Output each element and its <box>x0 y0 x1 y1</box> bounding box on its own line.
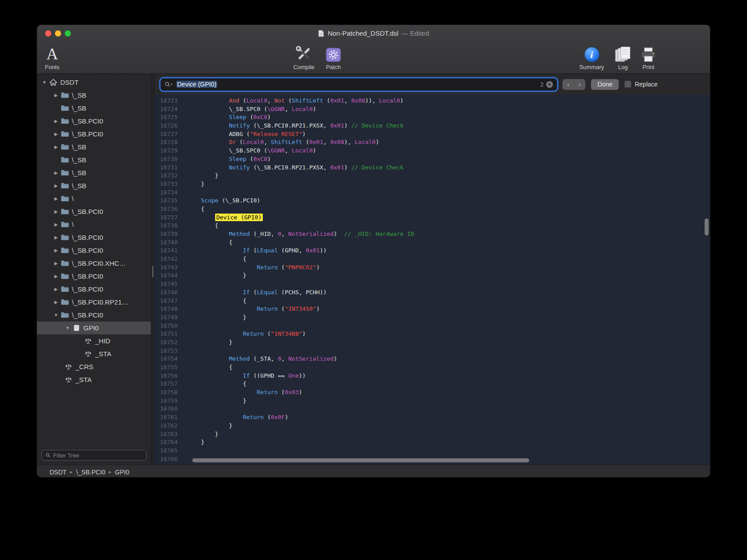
find-search-field[interactable]: Device (GPI0) 2 ✕ <box>161 78 557 91</box>
disclosure-triangle-icon[interactable]: ▶ <box>52 274 60 279</box>
close-button[interactable] <box>45 30 51 37</box>
folder-icon <box>60 247 70 254</box>
tree-item-label: _HID <box>95 337 110 345</box>
disclosure-triangle-icon[interactable]: ▶ <box>52 300 60 305</box>
method-icon <box>83 337 93 345</box>
disclosure-triangle-icon[interactable]: ▶ <box>52 248 60 253</box>
document-proxy-icon[interactable] <box>318 30 324 37</box>
tree-item-crs[interactable]: _CRS <box>37 360 151 373</box>
tree-item-sbpci0[interactable]: ▶\_SB.PCI0 <box>37 231 151 244</box>
horizontal-scrollbar-thumb[interactable] <box>192 458 529 462</box>
tree-item-sb[interactable]: \_SB <box>37 153 151 166</box>
compile-tools-icon <box>295 44 313 63</box>
disclosure-triangle-icon[interactable]: ▶ <box>52 170 60 175</box>
disclosure-triangle-icon[interactable]: ▶ <box>52 261 60 266</box>
disclosure-triangle-icon[interactable]: ▶ <box>52 235 60 240</box>
tree-item-sbpci0[interactable]: ▶\_SB.PCI0 <box>37 128 151 140</box>
filter-row <box>37 448 151 465</box>
disclosure-triangle-icon[interactable]: ▶ <box>52 222 60 227</box>
code-line: } <box>187 338 710 347</box>
disclosure-triangle-icon[interactable]: ▶ <box>52 196 60 201</box>
clear-search-icon[interactable]: ✕ <box>546 81 553 88</box>
next-match-button[interactable]: › <box>574 79 585 90</box>
done-button[interactable]: Done <box>591 79 619 90</box>
line-number: 16731 <box>154 164 178 172</box>
fonts-button[interactable]: A Fonts <box>42 44 62 70</box>
tree-item-label: _STA <box>75 376 91 383</box>
zoom-button[interactable] <box>65 30 71 37</box>
breadcrumb-item[interactable]: DSDT <box>50 469 66 476</box>
tree-item-dsdt[interactable]: ▼DSDT <box>37 76 151 89</box>
tree-item-hid[interactable]: _HID <box>37 334 151 347</box>
code-line: And (Local0, Not (ShiftLeft (0x01, 0x08)… <box>187 97 710 105</box>
tree-item-sb[interactable]: ▶\_SB <box>37 140 151 153</box>
disclosure-triangle-icon[interactable]: ▶ <box>52 287 60 292</box>
tree-item-sbpci0[interactable]: ▼\_SB.PCI0 <box>37 309 151 321</box>
line-number: 16744 <box>154 272 178 280</box>
tree-item-sbpci0xhc[interactable]: ▶\_SB.PCI0.XHC… <box>37 257 151 270</box>
disclosure-triangle-icon[interactable]: ▶ <box>52 144 60 149</box>
code-content[interactable]: And (Local0, Not (ShiftLeft (0x01, 0x08)… <box>181 97 710 465</box>
tree-item-sbpci0rp21[interactable]: ▶\_SB.PCI0.RP21… <box>37 296 151 309</box>
vertical-scrollbar-thumb[interactable] <box>705 218 709 235</box>
previous-match-button[interactable]: ‹ <box>563 79 574 90</box>
tree-item-sbpci0[interactable]: ▶\_SB.PCI0 <box>37 283 151 296</box>
search-menu-icon[interactable] <box>165 82 174 87</box>
breadcrumb-item[interactable]: \_SB.PCI0 <box>76 469 105 476</box>
tree-item-sbpci0[interactable]: ▶\_SB.PCI0 <box>37 244 151 257</box>
replace-toggle: Replace <box>624 81 657 88</box>
disclosure-triangle-icon[interactable]: ▶ <box>52 209 60 214</box>
disclosure-triangle-icon[interactable]: ▶ <box>52 183 60 188</box>
disclosure-triangle-icon[interactable]: ▶ <box>52 119 60 124</box>
tree-item-sbpci0[interactable]: ▶\_SB.PCI0 <box>37 115 151 128</box>
breadcrumb-item[interactable]: GPI0 <box>115 469 129 476</box>
tree-item-sb[interactable]: \_SB <box>37 102 151 115</box>
minimize-button[interactable] <box>55 30 61 37</box>
compile-button[interactable]: Compile <box>290 44 318 70</box>
find-query-text: Device (GPI0) <box>176 81 217 88</box>
status-bar: DSDT▸\_SB.PCI0▸GPI0 <box>37 465 710 478</box>
disclosure-triangle-icon[interactable]: ▼ <box>41 80 48 85</box>
line-number: 16753 <box>154 347 178 355</box>
disclosure-triangle-icon[interactable]: ▶ <box>52 93 60 98</box>
disclosure-triangle-icon[interactable]: ▼ <box>64 325 71 330</box>
tree-item-sb[interactable]: ▶\_SB <box>37 179 151 192</box>
line-number: 16758 <box>154 388 178 397</box>
tree-item-label: \_SB <box>72 182 87 189</box>
sidebar-splitter[interactable] <box>151 74 154 465</box>
tree-item-sbpci0[interactable]: ▶\_SB.PCI0 <box>37 270 151 283</box>
disclosure-triangle-icon[interactable]: ▼ <box>52 313 60 317</box>
code-line: Sleep (0xC8) <box>187 155 710 164</box>
filter-tree-field[interactable] <box>42 450 146 461</box>
summary-button[interactable]: i Summary <box>576 44 608 70</box>
log-button[interactable]: Log <box>612 44 634 70</box>
titlebar[interactable]: Non-Patched_DSDT.dsl — Edited <box>37 25 710 41</box>
folder-icon <box>60 298 70 306</box>
print-button[interactable]: Print <box>637 44 660 70</box>
tree-item-label: _STA <box>95 350 111 358</box>
code-line <box>187 347 710 355</box>
line-number: 16759 <box>154 397 178 405</box>
replace-checkbox[interactable] <box>624 81 631 88</box>
filter-tree-input[interactable] <box>53 452 142 459</box>
patch-button[interactable]: Patch <box>321 44 346 70</box>
tree-item-[interactable]: ▶\ <box>37 218 151 231</box>
code-line: } <box>187 172 710 180</box>
content-area: ▼DSDT▶\_SB\_SB▶\_SB.PCI0▶\_SB.PCI0▶\_SB\… <box>37 74 710 465</box>
tree-item-sta[interactable]: _STA <box>37 347 151 360</box>
line-number: 16747 <box>154 297 178 305</box>
disclosure-triangle-icon[interactable]: ▶ <box>52 132 60 136</box>
tree-item-label: \ <box>72 221 74 228</box>
code-line: { <box>187 380 710 388</box>
code-line: { <box>187 297 710 305</box>
match-count: 2 <box>540 81 544 88</box>
tree-item-sta[interactable]: _STA <box>37 373 151 386</box>
tree-item-gpi0[interactable]: ▼GPI0 <box>37 321 151 334</box>
tree-item-[interactable]: ▶\ <box>37 192 151 205</box>
tree-item-sbpci0[interactable]: ▶\_SB.PCI0 <box>37 205 151 218</box>
code-line: { <box>187 239 710 247</box>
tree-item-sb[interactable]: ▶\_SB <box>37 89 151 102</box>
breadcrumb: DSDT▸\_SB.PCI0▸GPI0 <box>50 469 129 476</box>
tree-item-sb[interactable]: ▶\_SB <box>37 166 151 179</box>
code-editor[interactable]: 1672316724167251672616727167281672916730… <box>154 95 710 465</box>
